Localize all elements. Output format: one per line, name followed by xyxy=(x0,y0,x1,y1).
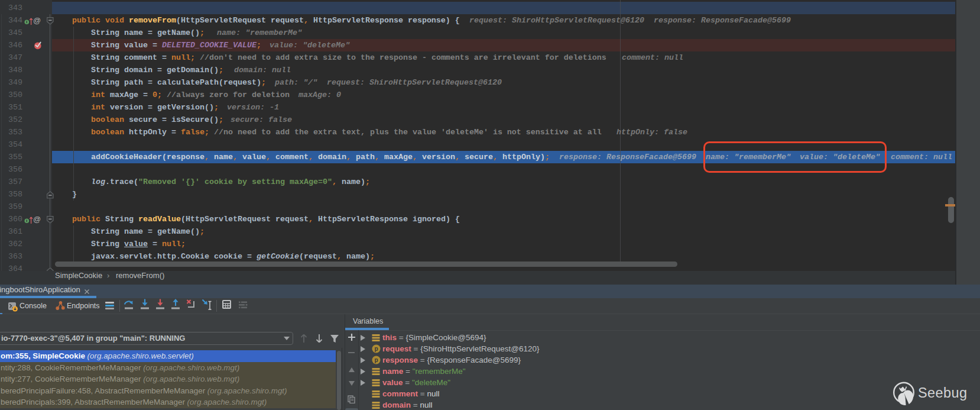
svg-text:p: p xyxy=(374,346,378,352)
svg-text:p: p xyxy=(374,357,378,363)
